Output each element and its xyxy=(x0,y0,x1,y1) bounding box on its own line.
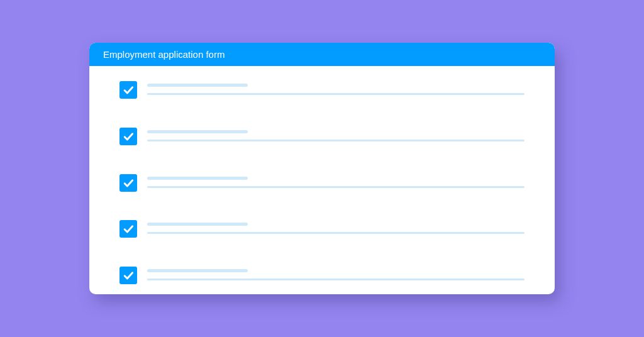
list-item xyxy=(119,81,525,99)
list-item xyxy=(119,174,525,192)
checkbox[interactable] xyxy=(119,220,137,238)
checkbox[interactable] xyxy=(119,174,137,192)
list-item xyxy=(119,267,525,284)
placeholder-line-short xyxy=(147,177,248,180)
placeholder-line-long xyxy=(147,186,525,188)
card-body xyxy=(89,66,555,294)
placeholder-line-short xyxy=(147,269,248,272)
placeholder-line-short xyxy=(147,84,248,87)
item-content xyxy=(147,128,525,141)
placeholder-line-long xyxy=(147,93,525,95)
placeholder-line-long xyxy=(147,232,525,234)
check-icon xyxy=(122,84,135,96)
item-content xyxy=(147,267,525,280)
card-title: Employment application form xyxy=(103,49,225,60)
item-content xyxy=(147,220,525,234)
list-item xyxy=(119,128,525,145)
check-icon xyxy=(122,269,135,282)
check-icon xyxy=(122,177,135,189)
check-icon xyxy=(122,223,135,235)
checkbox[interactable] xyxy=(119,81,137,99)
placeholder-line-short xyxy=(147,130,248,133)
placeholder-line-long xyxy=(147,140,525,141)
placeholder-line-long xyxy=(147,279,525,280)
checkbox[interactable] xyxy=(119,267,137,284)
list-item xyxy=(119,220,525,238)
checkbox[interactable] xyxy=(119,128,137,145)
item-content xyxy=(147,174,525,188)
form-card: Employment application form xyxy=(89,43,555,294)
item-content xyxy=(147,81,525,95)
check-icon xyxy=(122,130,135,143)
card-header: Employment application form xyxy=(89,43,555,66)
placeholder-line-short xyxy=(147,223,248,226)
